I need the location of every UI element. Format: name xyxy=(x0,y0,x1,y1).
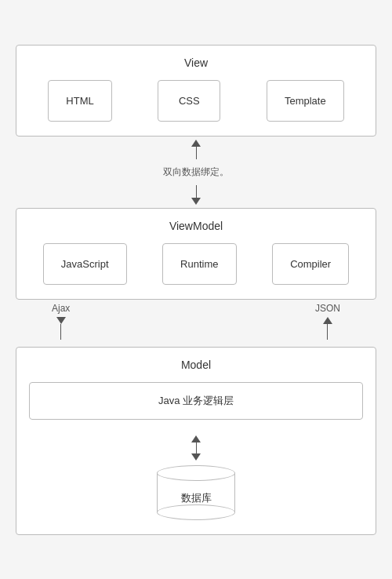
runtime-box: Runtime xyxy=(162,243,236,285)
ajax-arrow-down xyxy=(56,317,66,324)
database-cylinder: 数据库 xyxy=(157,465,235,520)
json-connector: JSON xyxy=(315,300,340,347)
model-label: Model xyxy=(29,359,363,371)
view-label: View xyxy=(29,56,363,69)
template-box: Template xyxy=(267,80,344,122)
binding-label: 双向数据绑定。 xyxy=(163,166,229,179)
db-arrow xyxy=(191,435,201,461)
javascript-box: JavaScript xyxy=(43,243,127,285)
ajax-connector: Ajax xyxy=(52,300,70,347)
ajax-line xyxy=(60,324,61,340)
json-label: JSON xyxy=(315,303,340,314)
viewmodel-layer: ViewModel JavaScript Runtime Compiler xyxy=(16,208,376,300)
json-line xyxy=(327,324,328,340)
db-label: 数据库 xyxy=(181,491,212,505)
vert-line-1b xyxy=(196,185,197,198)
arrow-double-1 xyxy=(191,140,201,159)
arrow-down-1 xyxy=(191,198,201,205)
json-arrow-up xyxy=(323,317,332,324)
cyl-bottom xyxy=(157,504,235,520)
model-layer: Model Java 业务逻辑层 数据库 xyxy=(16,347,376,535)
connector-view-viewmodel: 双向数据绑定。 xyxy=(16,137,376,208)
db-line-up xyxy=(196,442,197,453)
ajax-label: Ajax xyxy=(52,303,70,314)
cyl-top xyxy=(157,465,235,481)
db-arrow-up xyxy=(191,435,201,442)
arrow-up-1 xyxy=(191,140,201,147)
db-container: 数据库 xyxy=(29,431,363,520)
viewmodel-label: ViewModel xyxy=(29,220,363,232)
view-layer: View HTML CSS Template xyxy=(16,45,376,137)
view-items: HTML CSS Template xyxy=(29,80,363,122)
diagram: View HTML CSS Template 双向数据绑定。 ViewModel… xyxy=(16,29,376,551)
arrow-double-1b xyxy=(191,185,201,205)
db-arrow-down xyxy=(191,453,201,461)
two-col-connector: Ajax JSON xyxy=(16,300,376,347)
compiler-box: Compiler xyxy=(272,243,349,285)
java-box: Java 业务逻辑层 xyxy=(29,382,363,420)
html-box: HTML xyxy=(48,80,111,122)
vert-line-1a xyxy=(196,147,197,159)
connector-viewmodel-model: Ajax JSON xyxy=(16,300,376,347)
css-box: CSS xyxy=(158,80,220,122)
viewmodel-items: JavaScript Runtime Compiler xyxy=(29,243,363,285)
